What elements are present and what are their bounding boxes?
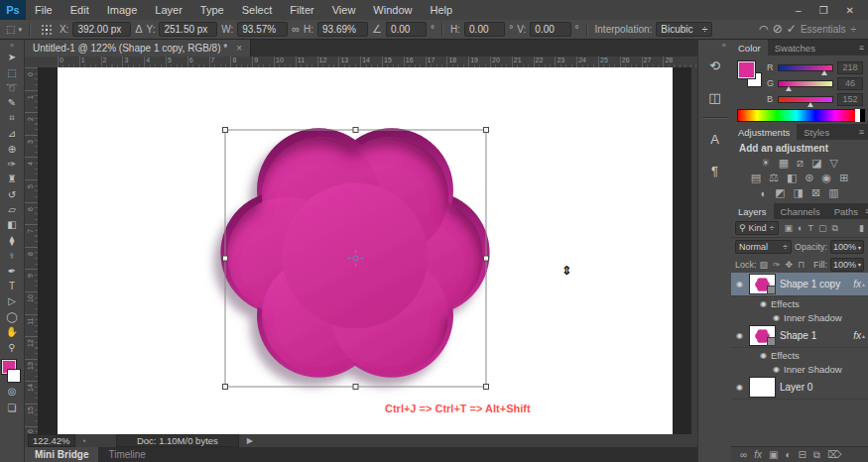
pen-tool[interactable]: ✒ [2,263,23,278]
cancel-transform-icon[interactable]: ⊘ [773,23,783,36]
document-info[interactable]: Doc: 1.10M/0 bytes [116,434,239,447]
brush-tool[interactable]: ✑ [2,157,23,172]
fill-input[interactable]: 100%▾ [830,258,864,272]
background-color-swatch[interactable] [7,369,21,383]
rectangular-marquee-tool[interactable]: ⬚ [2,64,23,79]
curves-icon[interactable]: ⧄ [797,157,804,170]
menu-image[interactable]: Image [98,0,147,20]
filter-pixel-layers-icon[interactable]: ▣ [785,223,794,234]
layer-style-icon[interactable]: fx [754,449,762,460]
layer-filter-select[interactable]: ⚲ Kind ÷ [735,221,779,235]
menu-type[interactable]: Type [191,0,233,20]
filter-type-layers-icon[interactable]: T [808,223,814,234]
v-skew-input[interactable]: 0.00 [530,22,570,37]
visibility-eye-icon[interactable]: ◉ [756,351,771,360]
hue-saturation-icon[interactable]: ▤ [751,172,761,184]
link-dimensions-icon[interactable]: ∞ [292,23,300,36]
w-input[interactable]: 93.57% [237,22,288,37]
vibrance-icon[interactable]: ▽ [830,157,838,170]
new-group-icon[interactable]: ⊟ [798,449,806,460]
layer-row[interactable]: ◉Shape 1fx▴ [731,324,868,348]
menu-view[interactable]: View [323,0,365,20]
lock-paint-icon[interactable]: ✑ [773,260,781,270]
eraser-tool[interactable]: ▱ [2,202,23,217]
channel-value[interactable]: 218 [837,61,863,74]
black-white-icon[interactable]: ◧ [787,172,797,184]
tool-preset-arrow-icon[interactable]: ▾ [18,23,22,36]
posterize-icon[interactable]: ◩ [775,186,785,199]
quick-mask-icon[interactable]: ◎ [2,383,23,400]
layer-fx-badge[interactable]: fx [853,279,861,289]
tab-close-icon[interactable]: × [236,43,242,54]
threshold-icon[interactable]: ◨ [794,186,804,199]
zoom-level-field[interactable]: 122.42% [28,434,75,447]
new-adjustment-icon[interactable]: ◐ [785,449,791,460]
opacity-input[interactable]: 100%▾ [830,240,864,254]
close-icon[interactable]: ✕ [846,5,854,16]
panel-menu-icon[interactable]: ≡ [859,127,868,137]
layer-effect-row[interactable]: ◉Effects [731,348,868,362]
channel-slider[interactable] [778,96,833,103]
history-brush-tool[interactable]: ↺ [2,187,23,202]
layer-effect-row[interactable]: ◉Inner Shadow [731,310,868,324]
lock-move-icon[interactable]: ✥ [786,260,794,270]
visibility-eye-icon[interactable]: ◉ [732,280,747,289]
lasso-tool[interactable]: ➰ [2,80,23,95]
status-menu-arrow-icon[interactable]: ▶ [247,436,253,445]
filter-toggle-icon[interactable]: ▮ [859,223,864,233]
layer-fx-badge[interactable]: fx [853,330,861,341]
channel-value[interactable]: 46 [837,77,863,90]
exposure-icon[interactable]: ◪ [811,157,821,170]
layer-thumbnail[interactable] [749,274,776,294]
document-tab[interactable]: Untitled-1 @ 122% (Shape 1 copy, RGB/8) … [25,40,251,57]
quick-selection-tool[interactable]: ✎ [2,95,23,110]
y-input[interactable]: 251.50 px [159,22,217,37]
visibility-eye-icon[interactable]: ◉ [756,299,771,308]
move-tool[interactable]: ➤ [2,50,23,64]
menu-window[interactable]: Window [364,0,421,20]
slider-thumb-icon[interactable] [807,102,813,107]
menu-layer[interactable]: Layer [146,0,191,20]
restore-icon[interactable]: ❐ [819,5,828,16]
paint-bucket-tool[interactable]: ◧ [2,217,23,232]
layer-effect-row[interactable]: ◉Effects [731,296,868,310]
levels-icon[interactable]: ▦ [779,157,789,170]
path-selection-tool[interactable]: ▷ [2,293,23,308]
angle-input[interactable]: 0.00 [386,22,427,37]
layer-row[interactable]: ◉Layer 0 [731,376,868,400]
toolbar-expander-icon[interactable]: » [10,41,14,50]
warp-mode-icon[interactable]: ◠ [759,23,769,36]
tab-mini-bridge[interactable]: Mini Bridge [25,447,98,462]
zoom-tool[interactable]: ⚲ [2,339,23,354]
h-skew-input[interactable]: 0.00 [464,22,505,37]
transform-tool-icon[interactable]: ⬚ [6,24,14,35]
lock-transparent-icon[interactable]: ▨ [760,260,769,270]
filter-shape-layers-icon[interactable]: ▢ [818,223,827,234]
relative-position-icon[interactable]: Δ [135,23,142,36]
delete-layer-icon[interactable]: ⌦ [827,449,841,460]
eyedropper-tool[interactable]: ⊿ [2,126,23,141]
channel-value[interactable]: 152 [837,93,863,106]
spot-healing-brush-tool[interactable]: ⊕ [2,141,23,156]
dodge-tool[interactable]: ♀ [2,248,23,263]
properties-panel-icon[interactable]: ◫ [702,85,728,109]
h-input[interactable]: 93.69% [317,22,368,37]
channel-slider[interactable] [778,80,833,87]
add-mask-icon[interactable]: ▣ [769,449,778,460]
foreground-color-well[interactable] [738,61,755,78]
tab-styles[interactable]: Styles [797,124,836,140]
ellipse-tool[interactable]: ◯ [2,309,23,324]
gradient-map-icon[interactable]: ⊠ [811,186,820,199]
filter-adjustment-layers-icon[interactable]: ◐ [798,223,803,234]
tab-color[interactable]: Color [731,40,768,56]
brightness-contrast-icon[interactable]: ☀ [761,157,771,170]
interpolation-select[interactable]: Bicubic÷ [656,22,712,37]
history-panel-icon[interactable]: ⟲ [702,54,728,77]
screen-mode-icon[interactable]: ❏ [2,400,23,416]
new-layer-icon[interactable]: ⧉ [813,449,820,461]
lock-all-icon[interactable]: ⊓ [798,260,805,270]
color-balance-icon[interactable]: ⚖ [769,172,779,184]
workspace-switcher[interactable]: Essentials÷ [801,24,856,35]
slider-thumb-icon[interactable] [786,86,792,91]
hand-tool[interactable]: ✋ [2,324,23,339]
